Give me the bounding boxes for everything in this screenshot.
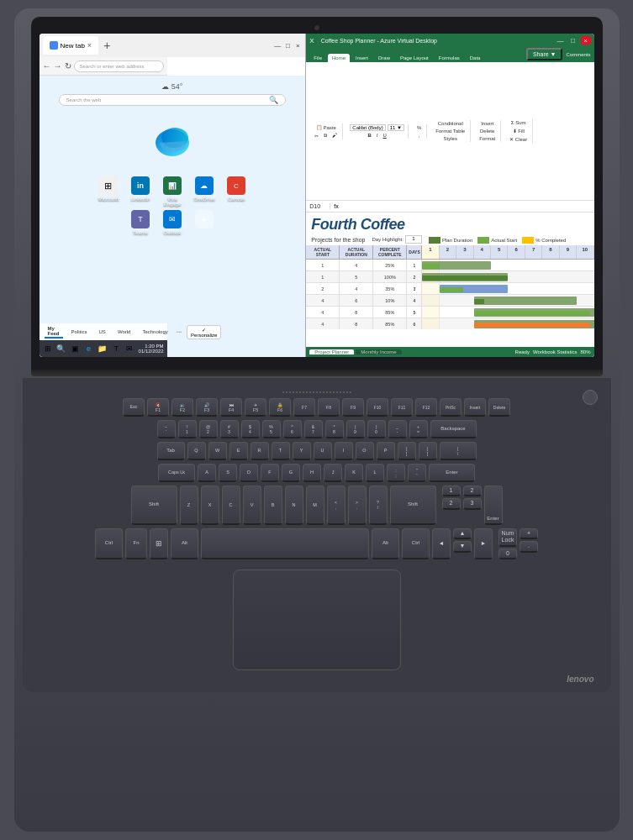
cell-reference[interactable]: D10 xyxy=(309,203,330,209)
comments-btn[interactable]: Comments xyxy=(566,52,590,57)
nav-forward-btn[interactable]: → xyxy=(54,61,62,71)
format-cells-btn[interactable]: Format xyxy=(477,135,497,142)
key-l[interactable]: L xyxy=(366,464,384,482)
key-numpad-dot[interactable]: . xyxy=(520,541,538,552)
key-c[interactable]: C xyxy=(222,486,240,525)
tab-close-btn[interactable]: × xyxy=(87,41,92,50)
key-h[interactable]: H xyxy=(303,464,321,482)
ribbon-tab-formulas[interactable]: Formulas xyxy=(435,54,464,62)
comma-btn[interactable]: , xyxy=(417,132,422,139)
key-capslock[interactable]: Caps Lk xyxy=(158,464,195,482)
news-tab-world[interactable]: World xyxy=(114,328,135,335)
key-equals[interactable]: += xyxy=(409,420,428,438)
key-lbracket[interactable]: {[ xyxy=(398,442,416,460)
key-arrow-left[interactable]: ◄ xyxy=(432,528,451,559)
key-comma[interactable]: <, xyxy=(327,486,346,525)
key-q[interactable]: Q xyxy=(187,442,206,460)
key-x[interactable]: X xyxy=(201,486,219,525)
share-button[interactable]: Share ▼ xyxy=(526,48,563,60)
key-f8[interactable]: F8 xyxy=(318,398,340,417)
fill-btn[interactable]: ⬇ Fill xyxy=(511,127,526,134)
news-tab-us[interactable]: US xyxy=(96,328,109,335)
key-arrow-right[interactable]: ► xyxy=(474,528,493,559)
key-alt-right[interactable]: Alt xyxy=(372,528,399,559)
nav-refresh-btn[interactable]: ↻ xyxy=(65,61,71,71)
key-o[interactable]: O xyxy=(356,442,374,460)
key-d[interactable]: D xyxy=(240,464,258,482)
key-f4[interactable]: ⏮F4 xyxy=(220,398,242,417)
key-space[interactable] xyxy=(201,528,369,559)
start-menu-btn[interactable]: ⊞ xyxy=(43,343,53,354)
outlook-taskbar[interactable]: ✉ xyxy=(124,343,135,354)
excel-minimize-btn[interactable]: — xyxy=(556,36,566,45)
key-3[interactable]: #3 xyxy=(220,420,239,438)
key-5[interactable]: %5 xyxy=(262,420,281,438)
key-e[interactable]: E xyxy=(229,442,248,460)
key-s[interactable]: S xyxy=(219,464,237,482)
day-highlight-input[interactable]: 1 xyxy=(405,235,422,244)
key-fn[interactable]: Fn xyxy=(125,528,147,559)
key-b[interactable]: B xyxy=(264,486,282,525)
key-y[interactable]: Y xyxy=(293,442,311,460)
search-taskbar-btn[interactable]: 🔍 xyxy=(56,343,66,354)
ribbon-tab-home[interactable]: Home xyxy=(328,54,350,62)
key-numpad-4[interactable]: 3 xyxy=(463,498,482,509)
ribbon-tab-data[interactable]: Data xyxy=(466,54,485,62)
bold-btn[interactable]: B xyxy=(366,132,372,139)
bing-search-bar[interactable]: Search the web 🔍 xyxy=(59,94,287,106)
key-quote[interactable]: "' xyxy=(408,464,426,482)
key-i[interactable]: I xyxy=(335,442,353,460)
key-numpad-1[interactable]: 1 xyxy=(442,486,461,496)
key-esc[interactable]: Esc xyxy=(123,398,145,417)
key-r[interactable]: R xyxy=(251,442,269,460)
format-painter-btn[interactable]: 🖌 xyxy=(330,132,339,139)
key-windows[interactable]: ⊞ xyxy=(150,528,168,559)
key-prtsc[interactable]: PrtSc xyxy=(440,398,462,417)
news-tab-politics[interactable]: Politics xyxy=(68,328,91,335)
key-z[interactable]: Z xyxy=(180,486,198,525)
key-f7[interactable]: F7 xyxy=(293,398,315,417)
font-name-dropdown[interactable]: Calibri (Body) xyxy=(350,124,385,131)
key-f9[interactable]: F9 xyxy=(342,398,364,417)
key-numpad-div[interactable]: + xyxy=(520,528,538,539)
insert-cells-btn[interactable]: Insert xyxy=(479,120,495,127)
key-ctrl-left[interactable]: Ctrl xyxy=(95,528,123,559)
ribbon-tab-draw[interactable]: Draw xyxy=(374,54,394,62)
key-f10[interactable]: F10 xyxy=(367,398,388,417)
key-minus[interactable]: _- xyxy=(388,420,407,438)
canvas-icon-item[interactable]: C Canvas xyxy=(223,176,250,207)
key-j[interactable]: J xyxy=(324,464,342,482)
key-f[interactable]: F xyxy=(261,464,279,482)
key-numpad-0-top[interactable]: NumLock xyxy=(498,528,517,547)
format-table-btn[interactable]: Format Table xyxy=(434,128,467,134)
teams-icon-item[interactable]: T Teams xyxy=(127,210,154,235)
font-size-dropdown[interactable]: 11 ▼ xyxy=(388,124,404,131)
news-tab-myfeed[interactable]: My Feed xyxy=(45,325,63,339)
key-n[interactable]: N xyxy=(285,486,303,525)
teams-taskbar[interactable]: T xyxy=(111,343,121,354)
key-f12[interactable]: F12 xyxy=(415,398,437,417)
close-btn[interactable]: × xyxy=(293,41,302,50)
nav-back-btn[interactable]: ← xyxy=(43,61,51,71)
key-f3[interactable]: 🔊F3 xyxy=(196,398,218,417)
taskview-btn[interactable]: ▣ xyxy=(70,343,80,354)
key-0[interactable]: )0 xyxy=(367,420,386,438)
excel-close-btn[interactable]: × xyxy=(581,36,591,45)
underline-btn[interactable]: U xyxy=(381,132,388,139)
key-slash[interactable]: ?/ xyxy=(369,486,388,525)
minimize-btn[interactable]: — xyxy=(273,41,282,50)
key-f2[interactable]: 🔉F2 xyxy=(171,398,193,417)
key-7[interactable]: &7 xyxy=(304,420,323,438)
key-a[interactable]: A xyxy=(198,464,216,482)
key-enter[interactable]: Enter xyxy=(429,464,475,482)
touchpad[interactable] xyxy=(233,570,401,670)
key-insert[interactable]: Insert xyxy=(464,398,486,417)
news-tab-technology[interactable]: Technology xyxy=(139,328,171,335)
linkedin-icon-item[interactable]: in LinkedIn xyxy=(127,176,154,207)
key-1[interactable]: !1 xyxy=(178,420,197,438)
add-tab-btn[interactable]: + xyxy=(100,39,113,52)
key-shift-left[interactable]: Shift xyxy=(131,486,177,525)
key-9[interactable]: (9 xyxy=(346,420,365,438)
address-input[interactable]: Search or enter web address xyxy=(74,60,164,72)
key-alt-left[interactable]: Alt xyxy=(171,528,198,559)
